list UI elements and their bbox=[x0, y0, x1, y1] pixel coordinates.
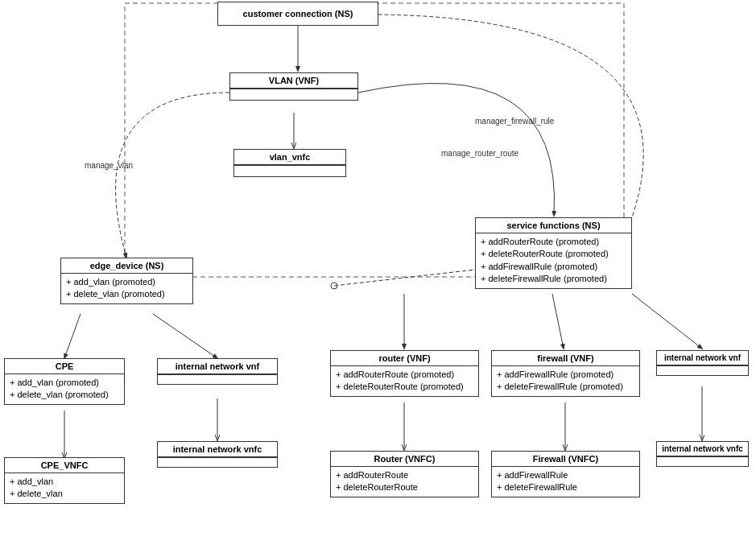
vlan-box: VLAN (VNF) bbox=[229, 72, 358, 101]
cpe-vnfc-box: CPE_VNFC + add_vlan + delete_vlan bbox=[4, 457, 125, 504]
service-functions-body: + addRouterRoute (promoted) + deleteRout… bbox=[476, 233, 631, 288]
internal-network-vnfc-right-box: internal network vnfc bbox=[656, 441, 749, 467]
router-vnfc-op2: + deleteRouterRoute bbox=[336, 481, 473, 493]
vlan-vnfc-title: vlan_vnfc bbox=[234, 150, 345, 165]
cpe-op1: + add_vlan (promoted) bbox=[10, 377, 119, 389]
cpe-vnfc-body: + add_vlan + delete_vlan bbox=[5, 473, 124, 503]
internal-network-vnfc-right-title: internal network vnfc bbox=[657, 442, 748, 456]
firewall-op1: + addFirewallRule (promoted) bbox=[497, 369, 634, 381]
internal-network-vnf-right-box: internal network vnf bbox=[656, 350, 749, 376]
cpe-vnfc-op2: + delete_vlan bbox=[10, 488, 119, 500]
sf-op1: + addRouterRoute (promoted) bbox=[481, 236, 626, 248]
internal-network-vnf-left-box: internal network vnf bbox=[157, 358, 278, 385]
edge-device-title: edge_device (NS) bbox=[61, 258, 192, 274]
manage-router-route-label: manage_router_route bbox=[441, 149, 518, 158]
router-vnfc-box: Router (VNFC) + addRouterRoute + deleteR… bbox=[330, 451, 479, 497]
router-vnfc-op1: + addRouterRoute bbox=[336, 469, 473, 481]
svg-line-3 bbox=[334, 270, 475, 286]
firewall-vnfc-body: + addFirewallRule + deleteFirewallRule bbox=[492, 467, 639, 497]
cpe-box: CPE + add_vlan (promoted) + delete_vlan … bbox=[4, 358, 125, 405]
internal-network-vnf-right-title: internal network vnf bbox=[657, 351, 748, 365]
cpe-title: CPE bbox=[5, 359, 124, 374]
router-vnfc-title: Router (VNFC) bbox=[331, 452, 478, 467]
customer-connection-box: customer connection (NS) bbox=[217, 2, 378, 26]
vlan-title: VLAN (VNF) bbox=[230, 73, 357, 89]
firewall-box: firewall (VNF) + addFirewallRule (promot… bbox=[491, 350, 640, 397]
svg-line-11 bbox=[632, 294, 702, 349]
firewall-vnfc-box: Firewall (VNFC) + addFirewallRule + dele… bbox=[491, 451, 640, 497]
ed-op2: + delete_vlan (promoted) bbox=[66, 288, 188, 300]
router-box: router (VNF) + addRouterRoute (promoted)… bbox=[330, 350, 479, 397]
internal-network-vnfc-left-box: internal network vnfc bbox=[157, 441, 278, 468]
router-op1: + addRouterRoute (promoted) bbox=[336, 369, 473, 381]
cpe-vnfc-title: CPE_VNFC bbox=[5, 458, 124, 473]
sf-op2: + deleteRouterRoute (promoted) bbox=[481, 248, 626, 260]
internal-network-vnfc-left-title: internal network vnfc bbox=[158, 442, 277, 457]
svg-line-10 bbox=[552, 294, 564, 349]
firewall-body: + addFirewallRule (promoted) + deleteFir… bbox=[492, 366, 639, 396]
service-functions-box: service functions (NS) + addRouterRoute … bbox=[475, 217, 632, 289]
svg-line-5 bbox=[64, 314, 81, 358]
sf-op3: + addFirewallRule (promoted) bbox=[481, 261, 626, 273]
sf-op4: + deleteFirewallRule (promoted) bbox=[481, 273, 626, 285]
firewall-vnfc-op2: + deleteFirewallRule bbox=[497, 481, 634, 493]
manager-firewall-rule-label: manager_firewall_rule bbox=[475, 117, 554, 126]
cpe-body: + add_vlan (promoted) + delete_vlan (pro… bbox=[5, 374, 124, 404]
router-title: router (VNF) bbox=[331, 351, 478, 366]
internal-network-vnf-left-title: internal network vnf bbox=[158, 359, 277, 374]
manage-vlan-label: manage_vlan bbox=[85, 161, 133, 170]
edge-device-body: + add_vlan (promoted) + delete_vlan (pro… bbox=[61, 274, 192, 303]
firewall-vnfc-title: Firewall (VNFC) bbox=[492, 452, 639, 467]
vlan-vnfc-box: vlan_vnfc bbox=[233, 149, 346, 177]
router-vnfc-body: + addRouterRoute + deleteRouterRoute bbox=[331, 467, 478, 497]
diagram: customer connection (NS) VLAN (VNF) vlan… bbox=[0, 0, 756, 553]
cpe-vnfc-op1: + add_vlan bbox=[10, 476, 119, 488]
firewall-op2: + deleteFirewallRule (promoted) bbox=[497, 381, 634, 393]
ed-op1: + add_vlan (promoted) bbox=[66, 276, 188, 288]
svg-line-6 bbox=[153, 314, 217, 358]
firewall-title: firewall (VNF) bbox=[492, 351, 639, 366]
edge-device-box: edge_device (NS) + add_vlan (promoted) +… bbox=[60, 258, 193, 304]
router-body: + addRouterRoute (promoted) + deleteRout… bbox=[331, 366, 478, 396]
service-functions-title: service functions (NS) bbox=[476, 218, 631, 233]
firewall-vnfc-op1: + addFirewallRule bbox=[497, 469, 634, 481]
cpe-op2: + delete_vlan (promoted) bbox=[10, 389, 119, 401]
customer-connection-title: customer connection (NS) bbox=[243, 9, 353, 19]
router-op2: + deleteRouterRoute (promoted) bbox=[336, 381, 473, 393]
svg-point-4 bbox=[331, 283, 337, 289]
